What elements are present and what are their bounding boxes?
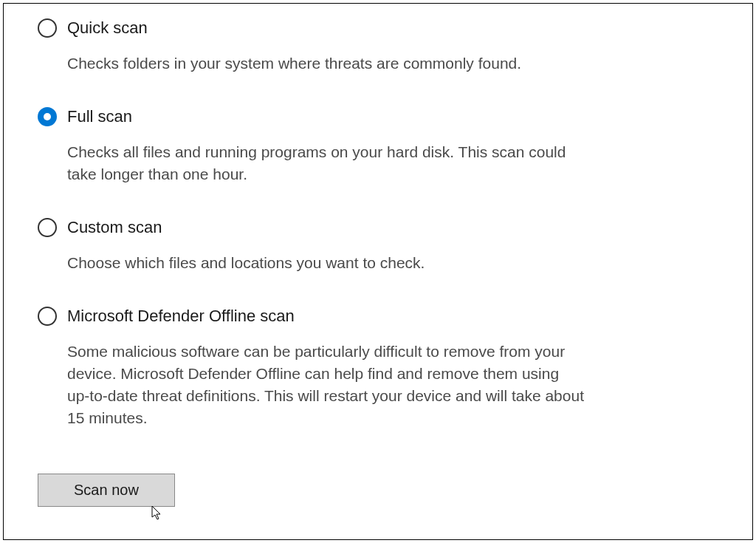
cursor-icon — [151, 506, 165, 521]
scan-options-panel: Quick scan Checks folders in your system… — [3, 3, 753, 540]
quick-scan-description: Checks folders in your system where thre… — [67, 52, 584, 75]
custom-scan-option: Custom scan Choose which files and locat… — [38, 216, 718, 274]
quick-scan-label[interactable]: Quick scan — [67, 17, 148, 39]
quick-scan-radio[interactable] — [38, 18, 57, 38]
full-scan-label[interactable]: Full scan — [67, 106, 132, 128]
offline-scan-description: Some malicious software can be particula… — [67, 341, 584, 429]
full-scan-option: Full scan Checks all files and running p… — [38, 106, 718, 185]
offline-scan-option: Microsoft Defender Offline scan Some mal… — [38, 305, 718, 429]
custom-scan-description: Choose which files and locations you wan… — [67, 252, 584, 274]
scan-now-button[interactable]: Scan now — [38, 474, 175, 507]
offline-scan-label[interactable]: Microsoft Defender Offline scan — [67, 305, 295, 327]
full-scan-description: Checks all files and running programs on… — [67, 141, 584, 185]
offline-scan-radio[interactable] — [38, 307, 57, 326]
custom-scan-label[interactable]: Custom scan — [67, 216, 162, 239]
full-scan-radio[interactable] — [38, 107, 57, 126]
custom-scan-radio[interactable] — [38, 218, 57, 237]
quick-scan-option: Quick scan Checks folders in your system… — [38, 17, 718, 75]
